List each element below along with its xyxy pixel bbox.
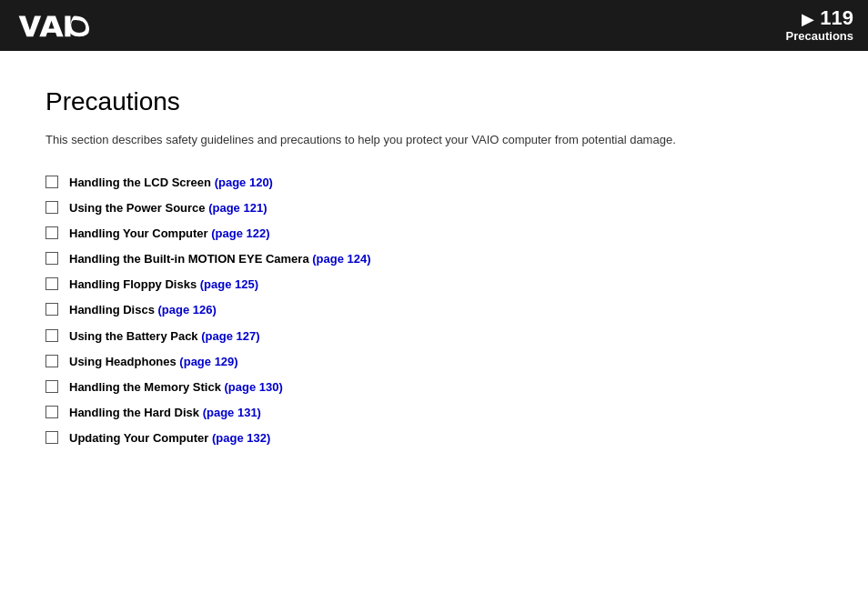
toc-list-item: Handling Floppy Disks (page 125) [45,276,823,293]
toc-item-text: Handling Discs (page 126) [69,302,217,318]
intro-paragraph: This section describes safety guidelines… [45,131,823,149]
toc-checkbox [45,201,58,214]
toc-checkbox [45,380,58,393]
toc-item-label: Handling the Hard Disk [69,406,203,419]
toc-item-label: Using the Power Source [69,201,208,215]
svg-marker-1 [39,16,63,37]
toc-list-item: Handling the LCD Screen (page 120) [45,175,823,191]
toc-item-text: Handling the Hard Disk (page 131) [69,405,261,421]
toc-checkbox [45,303,58,316]
toc-item-link[interactable]: (page 130) [224,380,282,394]
toc-item-text: Handling the Memory Stick (page 130) [69,379,283,396]
toc-checkbox [45,406,58,418]
toc-checkbox [45,431,58,444]
toc-checkbox [45,329,58,342]
toc-item-text: Handling Floppy Disks (page 125) [69,276,258,293]
toc-item-label: Handling the Memory Stick [69,380,224,394]
toc-item-text: Using the Battery Pack (page 127) [69,328,260,345]
toc-list-item: Using the Battery Pack (page 127) [45,328,823,345]
section-label: Precautions [786,29,853,43]
toc-list-item: Handling Discs (page 126) [45,302,823,318]
toc-item-label: Handling Floppy Disks [69,277,200,291]
toc-list-item: Handling Your Computer (page 122) [45,226,823,242]
toc-item-label: Handling Discs [69,303,158,317]
toc-list-item: Using Headphones (page 129) [45,354,823,370]
page-number: 119 [820,8,853,28]
toc-item-link[interactable]: (page 131) [203,406,261,419]
toc-checkbox [45,226,58,239]
toc-checkbox [45,176,58,188]
svg-rect-3 [65,16,70,37]
toc-checkbox [45,252,58,265]
toc-item-link[interactable]: (page 121) [208,201,267,215]
toc-item-link[interactable]: (page 122) [211,226,269,240]
toc-checkbox [45,277,58,290]
header-arrow-icon: ▶ [802,9,814,29]
page-header: ▶ 119 Precautions [0,0,868,51]
toc-item-text: Handling the LCD Screen (page 120) [69,175,273,191]
svg-marker-0 [19,16,42,37]
toc-item-text: Handling the Built-in MOTION EYE Camera … [69,251,371,267]
toc-item-text: Updating Your Computer (page 132) [69,430,270,447]
toc-list-item: Handling the Built-in MOTION EYE Camera … [45,251,823,267]
toc-item-label: Using the Battery Pack [69,329,201,343]
header-page-info: ▶ 119 Precautions [786,8,853,43]
main-content: Precautions This section describes safet… [0,51,868,484]
toc-list-item: Handling the Hard Disk (page 131) [45,405,823,421]
page-title: Precautions [45,87,823,116]
toc-item-label: Updating Your Computer [69,431,212,445]
toc-item-link[interactable]: (page 125) [200,277,258,291]
toc-list-item: Handling the Memory Stick (page 130) [45,379,823,396]
toc-item-label: Handling the Built-in MOTION EYE Camera [69,252,312,266]
toc-item-link[interactable]: (page 132) [212,431,270,445]
toc-item-label: Handling Your Computer [69,226,211,240]
toc-item-link[interactable]: (page 124) [312,252,370,266]
toc-list-item: Updating Your Computer (page 132) [45,430,823,447]
toc-item-text: Handling Your Computer (page 122) [69,226,270,242]
toc-item-link[interactable]: (page 127) [201,329,259,343]
toc-list: Handling the LCD Screen (page 120)Using … [45,175,823,447]
svg-rect-2 [45,29,59,33]
vaio-logo [18,13,91,38]
toc-checkbox [45,355,58,367]
toc-item-link[interactable]: (page 129) [179,355,237,368]
toc-item-link[interactable]: (page 120) [215,176,273,189]
toc-item-link[interactable]: (page 126) [158,303,217,317]
toc-item-label: Handling the LCD Screen [69,176,215,189]
toc-item-text: Using Headphones (page 129) [69,354,238,370]
toc-item-label: Using Headphones [69,355,179,368]
toc-list-item: Using the Power Source (page 121) [45,200,823,216]
toc-item-text: Using the Power Source (page 121) [69,200,267,216]
